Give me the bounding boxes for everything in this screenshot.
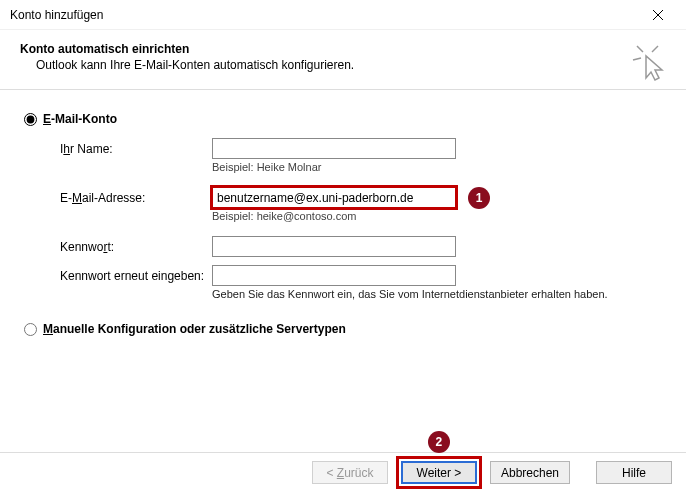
row-email: E-Mail-Adresse: 1 xyxy=(60,187,662,208)
next-button[interactable]: Weiter > xyxy=(401,461,477,484)
input-name[interactable] xyxy=(212,138,456,159)
row-password-repeat: Kennwort erneut eingeben: xyxy=(60,265,662,286)
svg-line-4 xyxy=(633,58,641,60)
svg-line-2 xyxy=(637,46,643,52)
titlebar: Konto hinzufügen xyxy=(0,0,686,30)
label-name: Ihr Name: xyxy=(60,142,212,156)
next-button-highlight: 2 Weiter > xyxy=(396,456,482,489)
cursor-click-icon xyxy=(632,44,666,84)
example-email: Beispiel: heike@contoso.com xyxy=(60,210,662,222)
row-name: Ihr Name: xyxy=(60,138,662,159)
radio-email-account-row[interactable]: E-Mail-Konto xyxy=(24,112,662,126)
button-separator xyxy=(0,452,686,453)
wizard-body: E-Mail-Konto Ihr Name: Beispiel: Heike M… xyxy=(0,90,686,346)
close-icon xyxy=(653,10,663,20)
radio-email-account[interactable] xyxy=(24,113,37,126)
radio-manual-row[interactable]: Manuelle Konfiguration oder zusätzliche … xyxy=(24,322,662,336)
close-button[interactable] xyxy=(638,1,678,29)
annotation-badge-1: 1 xyxy=(468,187,490,209)
svg-line-3 xyxy=(652,46,658,52)
input-password[interactable] xyxy=(212,236,456,257)
label-email: E-Mail-Adresse: xyxy=(60,191,212,205)
annotation-badge-2: 2 xyxy=(428,431,450,453)
button-bar: < Zurück 2 Weiter > Abbrechen Hilfe xyxy=(312,456,672,489)
label-password: Kennwort: xyxy=(60,240,212,254)
radio-manual-label: Manuelle Konfiguration oder zusätzliche … xyxy=(43,322,346,336)
radio-manual[interactable] xyxy=(24,323,37,336)
radio-email-account-label: E-Mail-Konto xyxy=(43,112,117,126)
wizard-header: Konto automatisch einrichten Outlook kan… xyxy=(0,30,686,90)
row-password: Kennwort: xyxy=(60,236,662,257)
input-password-repeat[interactable] xyxy=(212,265,456,286)
window-title: Konto hinzufügen xyxy=(10,8,103,22)
form-area: Ihr Name: Beispiel: Heike Molnar E-Mail-… xyxy=(24,138,662,300)
back-button: < Zurück xyxy=(312,461,388,484)
password-hint: Geben Sie das Kennwort ein, das Sie vom … xyxy=(60,288,662,300)
input-email[interactable] xyxy=(212,187,456,208)
example-name: Beispiel: Heike Molnar xyxy=(60,161,662,173)
wizard-title: Konto automatisch einrichten xyxy=(20,42,666,56)
help-button[interactable]: Hilfe xyxy=(596,461,672,484)
label-password-repeat: Kennwort erneut eingeben: xyxy=(60,269,212,283)
cancel-button[interactable]: Abbrechen xyxy=(490,461,570,484)
wizard-subtitle: Outlook kann Ihre E-Mail-Konten automati… xyxy=(20,58,666,72)
